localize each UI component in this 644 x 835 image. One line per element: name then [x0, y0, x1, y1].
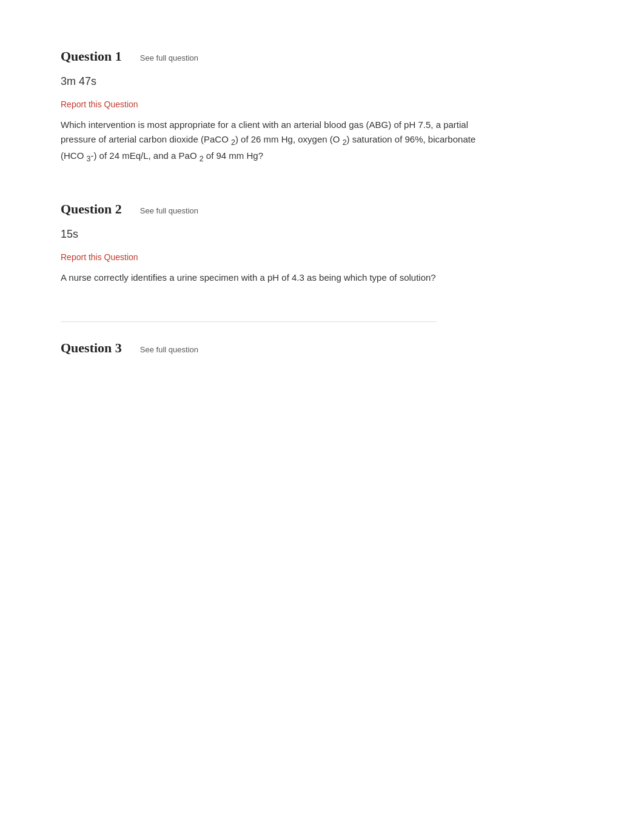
question-2-text: A nurse correctly identifies a urine spe… [61, 270, 485, 285]
question-2-title: Question 2 [61, 201, 122, 217]
question-2-header: Question 2 See full question [61, 201, 485, 217]
question-1-header: Question 1 See full question [61, 49, 485, 64]
question-1-title: Question 1 [61, 49, 122, 64]
see-full-question-2-link[interactable]: See full question [140, 206, 198, 215]
report-question-1-link[interactable]: Report this Question [61, 99, 138, 109]
question-1-text: Which intervention is most appropriate f… [61, 118, 485, 165]
report-question-2-link[interactable]: Report this Question [61, 252, 138, 262]
question-2-timer: 15s [61, 228, 485, 241]
question-1-timer: 3m 47s [61, 75, 485, 88]
see-full-question-1-link[interactable]: See full question [140, 53, 198, 62]
page-container: Question 1 See full question 3m 47s Repo… [0, 0, 546, 441]
see-full-question-3-link[interactable]: See full question [140, 345, 198, 354]
question-3-title: Question 3 [61, 340, 122, 356]
question-3-header: Question 3 See full question [61, 340, 485, 356]
question-block-1: Question 1 See full question 3m 47s Repo… [61, 49, 485, 165]
section-divider [61, 321, 437, 322]
question-block-3: Question 3 See full question [61, 340, 485, 356]
question-block-2: Question 2 See full question 15s Report … [61, 201, 485, 285]
